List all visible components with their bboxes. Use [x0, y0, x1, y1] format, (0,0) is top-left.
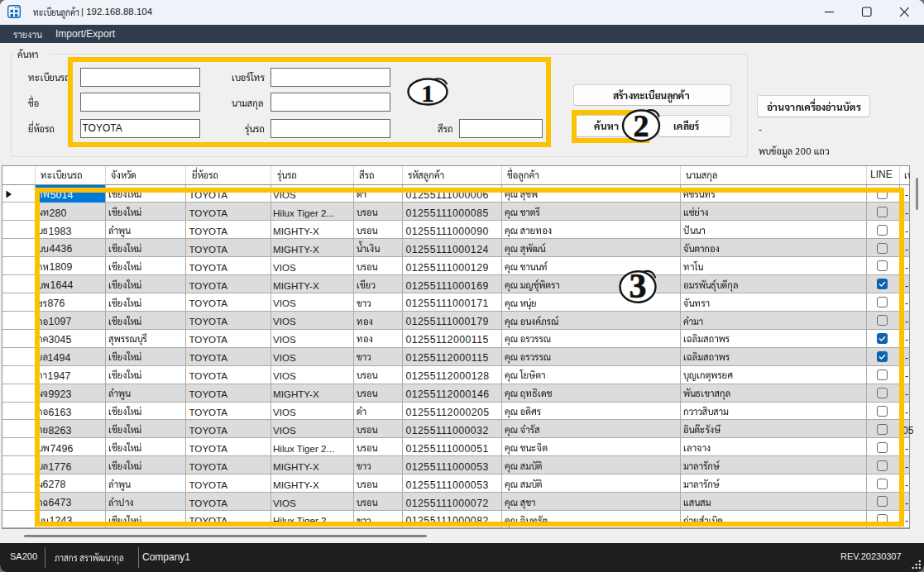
- svg-text:3: 3: [630, 267, 647, 305]
- svg-text:2: 2: [634, 107, 649, 142]
- svg-text:1: 1: [421, 79, 433, 106]
